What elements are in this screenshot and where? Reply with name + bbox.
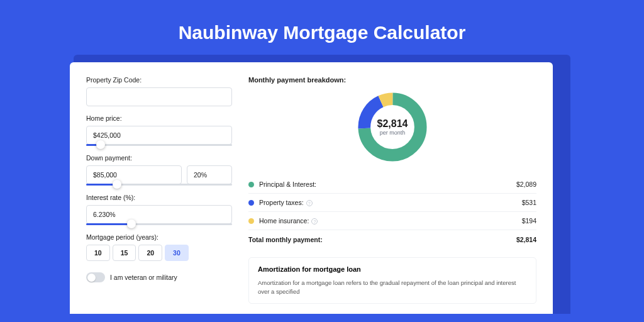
breakdown-row: Property taxes:? $531 (248, 194, 536, 212)
interest-label: Interest rate (%): (86, 194, 232, 201)
down-payment-input[interactable] (86, 165, 182, 184)
zip-input[interactable] (86, 87, 232, 106)
calculator-card: Property Zip Code: Home price: Down paym… (70, 62, 553, 314)
legend-dot (248, 218, 254, 224)
info-icon[interactable]: ? (311, 218, 318, 225)
home-price-input[interactable] (86, 126, 232, 145)
legend-dot (248, 182, 254, 187)
header: Naubinway Mortgage Calculator (0, 0, 644, 55)
down-payment-pct-input[interactable] (187, 165, 232, 184)
breakdown-row: Principal & Interest: $2,089 (248, 175, 536, 194)
amortization-box: Amortization for mortgage loan Amortizat… (248, 257, 536, 304)
breakdown-value: $2,089 (516, 180, 536, 188)
period-options: 10 15 20 30 (86, 245, 232, 261)
breakdown-label: Home insurance:? (259, 217, 522, 225)
home-price-group: Home price: (86, 114, 232, 146)
breakdown-label: Principal & Interest: (259, 180, 516, 188)
veteran-label: I am veteran or military (110, 274, 177, 281)
breakdown-label: Property taxes:? (259, 199, 522, 206)
down-payment-group: Down payment: (86, 154, 232, 186)
period-label: Mortgage period (years): (86, 233, 232, 241)
breakdown-row: Home insurance:? $194 (248, 212, 536, 230)
period-option[interactable]: 10 (86, 245, 110, 261)
page-title: Naubinway Mortgage Calculator (0, 22, 644, 43)
total-row: Total monthly payment: $2,814 (248, 230, 536, 252)
down-payment-label: Down payment: (86, 154, 232, 162)
legend-dot (248, 200, 254, 206)
amortization-title: Amortization for mortgage loan (258, 265, 527, 273)
donut-sub: per month (377, 130, 408, 136)
period-option[interactable]: 30 (165, 245, 189, 261)
slider-handle[interactable] (127, 219, 136, 228)
period-option[interactable]: 20 (138, 245, 162, 261)
zip-group: Property Zip Code: (86, 76, 232, 106)
donut-center: $2,814 per month (377, 118, 408, 136)
inputs-column: Property Zip Code: Home price: Down paym… (86, 76, 232, 304)
zip-label: Property Zip Code: (86, 76, 232, 84)
card-shadow: Property Zip Code: Home price: Down paym… (74, 55, 570, 314)
total-label: Total monthly payment: (248, 236, 516, 243)
home-price-label: Home price: (86, 114, 232, 122)
donut-amount: $2,814 (377, 118, 408, 130)
veteran-row: I am veteran or military (86, 272, 232, 282)
total-value: $2,814 (516, 236, 536, 243)
breakdown-title: Monthly payment breakdown: (248, 76, 536, 84)
period-option[interactable]: 15 (113, 245, 136, 261)
period-group: Mortgage period (years): 10 15 20 30 (86, 233, 232, 261)
interest-input[interactable] (86, 205, 232, 224)
breakdown-value: $531 (522, 199, 536, 206)
results-column: Monthly payment breakdown: $2,814 per mo… (248, 76, 536, 304)
info-icon[interactable]: ? (306, 200, 313, 206)
slider-handle[interactable] (96, 140, 105, 149)
veteran-toggle[interactable] (86, 272, 105, 282)
donut-chart: $2,814 per month (248, 90, 536, 164)
slider-handle[interactable] (113, 180, 121, 189)
breakdown-value: $194 (522, 217, 536, 225)
amortization-text: Amortization for a mortgage loan refers … (258, 279, 527, 296)
home-price-slider[interactable] (86, 144, 232, 146)
down-payment-slider[interactable] (86, 184, 232, 186)
interest-group: Interest rate (%): (86, 194, 232, 225)
interest-slider[interactable] (86, 223, 232, 225)
